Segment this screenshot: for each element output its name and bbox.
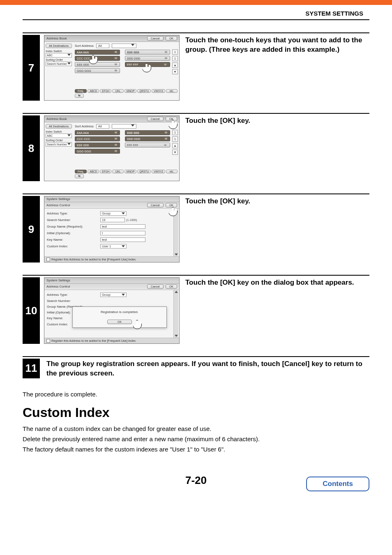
tab-qrstu[interactable]: QRSTU xyxy=(137,170,151,173)
search-number-label: Search Number: xyxy=(47,218,100,222)
scroll-up-icon xyxy=(175,291,178,293)
mail-icon: ✉ xyxy=(114,131,118,134)
tab-abcd[interactable]: ABCD xyxy=(88,170,99,173)
tab-freq[interactable]: Freq. xyxy=(75,170,87,173)
ok-button[interactable]: OK xyxy=(166,36,177,41)
frequent-use-checkbox[interactable] xyxy=(46,258,50,261)
ok-button[interactable]: OK xyxy=(166,203,177,207)
mail-icon: ✉ xyxy=(114,137,118,140)
index-switch-select[interactable]: ABC xyxy=(46,53,72,58)
step-instruction: Touch the one-touch keys that you want t… xyxy=(180,35,369,55)
address-control-title: Address Control xyxy=(46,285,70,288)
onetouch-key[interactable]: BBB BBB✉ xyxy=(125,50,170,55)
onetouch-key[interactable]: EEE EEE✉ xyxy=(75,62,120,67)
tab-mnop[interactable]: MNOP xyxy=(125,89,137,93)
onetouch-key[interactable]: AAA AAA✉ xyxy=(75,50,120,55)
system-settings-title: System Settings xyxy=(44,196,179,202)
tab-switch-icon[interactable]: ⇆ xyxy=(75,94,84,98)
tab-mnop[interactable]: MNOP xyxy=(125,170,137,173)
key-name-field[interactable]: test xyxy=(100,237,145,242)
search-number-label: Search Number: xyxy=(47,299,100,303)
address-control-screenshot: System Settings Address Control Cancel O… xyxy=(44,277,180,344)
sort-address-dropdown[interactable] xyxy=(112,124,136,129)
onetouch-key[interactable]: CCC CCC✉ xyxy=(75,56,120,61)
group-name-field[interactable]: test xyxy=(100,224,145,229)
address-book-screenshot: Address Book Cancel OK All Destinations … xyxy=(44,115,180,181)
step-number: 10 xyxy=(23,277,40,344)
onetouch-key[interactable]: GGG GGG✉ xyxy=(75,149,120,154)
sorting-order-label: Sorting Order xyxy=(46,58,72,61)
header-rule xyxy=(23,19,369,20)
all-destinations-button[interactable]: All Destinations xyxy=(46,44,72,48)
tab-etc[interactable]: etc. xyxy=(166,89,178,93)
search-number-field[interactable]: 19 xyxy=(100,218,125,222)
sort-address-select[interactable]: All xyxy=(96,124,109,129)
contents-link[interactable]: Contents xyxy=(306,477,369,491)
page-indicator: 1 xyxy=(172,49,178,55)
mail-icon: ✉ xyxy=(114,51,118,54)
tab-ijkl[interactable]: IJKL xyxy=(112,170,124,173)
sorting-order-select[interactable]: Search Number xyxy=(46,62,72,66)
all-destinations-button[interactable]: All Destinations xyxy=(46,124,72,129)
step-rule xyxy=(23,32,369,33)
ab-title: Address Book xyxy=(46,37,67,40)
custom-index-select[interactable]: User 1 xyxy=(100,244,127,249)
address-type-select[interactable]: Group xyxy=(100,211,127,216)
sorting-order-select[interactable]: Search Number xyxy=(46,142,72,147)
onetouch-key[interactable]: FFF FFF☏ xyxy=(125,143,170,147)
page-down-button[interactable]: ▼ xyxy=(172,69,178,74)
scrollbar[interactable] xyxy=(173,290,178,338)
cancel-button[interactable]: Cancel xyxy=(147,284,164,289)
step-rule xyxy=(23,193,369,194)
ab-title: Address Book xyxy=(46,117,67,121)
index-switch-label: Index Switch xyxy=(46,50,72,53)
tab-switch-icon[interactable]: ⇆ xyxy=(75,174,84,178)
onetouch-key[interactable]: GGG GGG✉ xyxy=(75,68,120,73)
tab-efgh[interactable]: EFGH xyxy=(100,89,111,93)
scroll-down-icon xyxy=(175,335,178,337)
sort-address-select[interactable]: All xyxy=(96,44,109,48)
onetouch-key[interactable]: EEE EEE✉ xyxy=(75,143,120,147)
initial-field[interactable]: t xyxy=(100,231,145,235)
cancel-button[interactable]: Cancel xyxy=(147,117,164,121)
scrollbar[interactable] xyxy=(173,209,178,256)
page-up-button[interactable]: ▲ xyxy=(172,62,178,68)
onetouch-key[interactable]: CCC CCC✉ xyxy=(75,136,120,141)
tab-efgh[interactable]: EFGH xyxy=(100,170,111,173)
onetouch-key[interactable]: AAA AAA✉ xyxy=(75,130,120,135)
tab-ijkl[interactable]: IJKL xyxy=(112,89,124,93)
onetouch-key[interactable]: DDD DDD✉ xyxy=(125,136,170,141)
sort-address-dropdown[interactable] xyxy=(112,44,136,48)
tab-etc[interactable]: etc. xyxy=(166,170,178,173)
tab-qrstu[interactable]: QRSTU xyxy=(137,89,151,93)
index-switch-select[interactable]: ABC xyxy=(46,134,72,138)
hand-pointer-icon xyxy=(133,320,142,329)
dialog-ok-button[interactable]: OK xyxy=(107,320,132,324)
step-number: 8 xyxy=(23,115,40,181)
page-indicator: 1 xyxy=(172,136,178,142)
step-8: 8 Address Book Cancel OK All Destination… xyxy=(23,113,369,181)
step-instruction: Touch the [OK] key. xyxy=(180,196,369,206)
onetouch-key[interactable]: BBB BBB✉ xyxy=(125,130,170,135)
tab-abcd[interactable]: ABCD xyxy=(88,89,99,93)
page-indicator: 1 xyxy=(172,56,178,61)
mail-icon: ✉ xyxy=(114,63,118,66)
initial-label: Initial (Optional): xyxy=(47,231,100,235)
tab-freq[interactable]: Freq. xyxy=(75,89,87,93)
tab-vwxyz[interactable]: VWXYZ xyxy=(152,170,165,173)
system-settings-title: System Settings xyxy=(44,278,179,283)
mail-icon: ✉ xyxy=(114,143,118,147)
address-control-title: Address Control xyxy=(46,203,70,207)
ok-button[interactable]: OK xyxy=(166,117,177,121)
onetouch-key[interactable]: FFF FFF☏ xyxy=(125,62,170,67)
tab-vwxyz[interactable]: VWXYZ xyxy=(152,89,165,93)
page-up-button[interactable]: ▲ xyxy=(172,143,178,148)
address-type-select[interactable]: Group xyxy=(100,292,127,297)
onetouch-key[interactable]: DDD DDD✉ xyxy=(125,56,170,61)
ok-button[interactable]: OK xyxy=(166,284,177,289)
cancel-button[interactable]: Cancel xyxy=(147,36,164,41)
page-down-button[interactable]: ▼ xyxy=(172,150,178,155)
frequent-use-checkbox[interactable] xyxy=(46,339,50,343)
cancel-button[interactable]: Cancel xyxy=(147,203,164,207)
sort-address-label: Sort Address xyxy=(75,124,94,128)
